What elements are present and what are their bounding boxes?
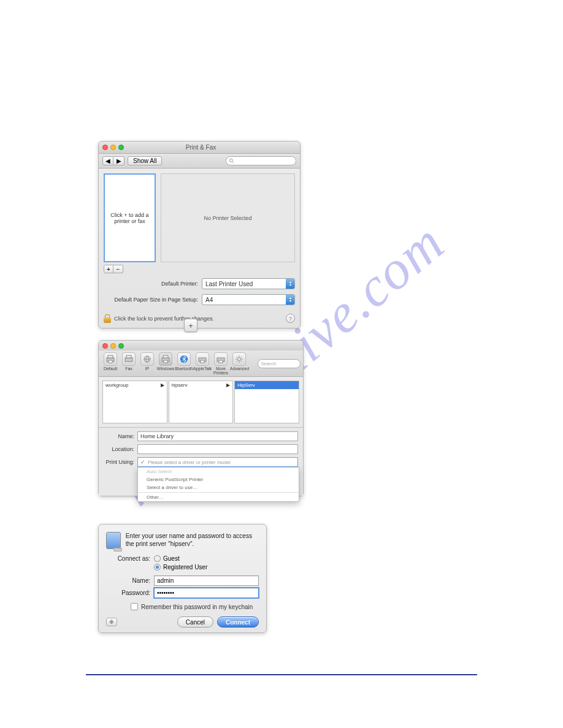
fax-icon <box>124 355 134 363</box>
connect-button[interactable]: Connect <box>217 616 259 628</box>
paper-size-label: Default Paper Size in Page Setup: <box>104 297 202 303</box>
tab-fax[interactable]: Fax <box>120 352 138 375</box>
standalone-plus-button[interactable]: + <box>184 319 197 332</box>
auth-name-input[interactable]: admin <box>154 575 259 586</box>
printer-icon <box>105 355 115 363</box>
auth-password-label: Password: <box>106 590 154 596</box>
check-icon: ✓ <box>140 459 145 465</box>
auth-password-input[interactable]: •••••••• <box>154 588 259 598</box>
svg-rect-3 <box>108 355 113 358</box>
auth-prompt: Enter your user name and password to acc… <box>126 532 259 549</box>
tab-advanced[interactable]: Advanced <box>230 352 248 375</box>
lock-hint: Click the lock to prevent further change… <box>114 316 214 322</box>
add-printer-button[interactable]: + <box>104 265 113 273</box>
svg-rect-17 <box>219 360 223 363</box>
paper-size-select[interactable]: A4 <box>202 294 295 305</box>
printer-detail-pane: No Printer Selected <box>161 173 295 262</box>
printers-list[interactable]: Click + to add a printer or fax <box>104 173 156 262</box>
gear-icon <box>235 355 243 363</box>
remember-label: Remember this password in my keychain <box>141 604 253 610</box>
svg-rect-4 <box>109 360 112 363</box>
svg-rect-5 <box>125 358 132 362</box>
printer-icon <box>216 355 226 363</box>
minimize-icon[interactable] <box>110 145 116 150</box>
print-fax-window: Print & Fax ◀ ▶ Show All Click + to add … <box>98 141 301 328</box>
svg-point-0 <box>229 159 232 162</box>
default-printer-label: Default Printer: <box>104 281 202 287</box>
chevron-right-icon: ▶ <box>161 382 164 388</box>
server-icon <box>106 532 121 549</box>
connect-as-label: Connect as: <box>106 555 154 562</box>
browser-col-server[interactable]: hipserv▶ <box>169 381 234 423</box>
auth-dialog: Enter your user name and password to acc… <box>98 524 267 633</box>
svg-rect-12 <box>164 360 167 363</box>
printer-icon <box>197 355 207 363</box>
print-using-menu: Auto Select Generic PostScript Printer S… <box>137 467 299 502</box>
updown-icon <box>286 279 294 289</box>
zoom-icon[interactable] <box>118 145 124 150</box>
radio-guest-label: Guest <box>163 555 180 562</box>
close-icon[interactable] <box>102 145 108 150</box>
printer-location-input[interactable] <box>137 444 298 454</box>
window-title: Print & Fax <box>128 144 274 151</box>
tab-more-printers[interactable]: More Printers <box>212 352 230 375</box>
help-button[interactable]: ? <box>286 314 295 323</box>
svg-line-26 <box>241 357 242 358</box>
radio-guest[interactable] <box>154 555 161 562</box>
svg-line-23 <box>237 357 238 358</box>
titlebar: Print & Fax <box>99 142 300 154</box>
remember-checkbox[interactable] <box>131 603 138 610</box>
browser-col-workgroup[interactable]: workgroup▶ <box>102 381 167 423</box>
menu-item-select-driver[interactable]: Select a driver to use… <box>138 483 299 491</box>
menu-item-auto[interactable]: Auto Select <box>138 468 299 476</box>
menu-item-other[interactable]: Other… <box>138 493 299 501</box>
svg-point-18 <box>237 357 240 360</box>
minimize-icon[interactable] <box>110 343 116 349</box>
tab-default[interactable]: Default <box>101 352 120 375</box>
add-printer-window: Default Fax IP Windows Bluetooth AppleTa… <box>98 340 304 496</box>
svg-line-24 <box>241 361 242 362</box>
search-placeholder: Search <box>261 361 276 366</box>
tab-appletalk[interactable]: AppleTalk <box>193 352 212 375</box>
page-rule <box>86 674 477 675</box>
name-label: Name: <box>104 433 137 439</box>
auth-name-label: Name: <box>106 577 154 584</box>
lock-icon[interactable] <box>104 314 111 323</box>
tab-bluetooth[interactable]: Bluetooth <box>175 352 193 375</box>
printer-icon <box>161 355 170 363</box>
detail-placeholder: No Printer Selected <box>204 215 251 221</box>
menu-item-generic[interactable]: Generic PostScript Printer <box>138 476 299 483</box>
location-label: Location: <box>104 446 137 452</box>
search-input[interactable] <box>226 156 296 165</box>
options-gear-button[interactable]: ✻ <box>106 618 117 626</box>
radio-registered[interactable] <box>154 564 161 571</box>
printer-name-input[interactable]: Home Library <box>137 431 298 441</box>
bluetooth-icon <box>180 355 188 363</box>
tab-windows[interactable]: Windows <box>156 352 175 375</box>
svg-line-25 <box>237 361 238 362</box>
print-using-select[interactable]: ✓ Please select a driver or printer mode… <box>137 457 298 467</box>
back-button[interactable]: ◀ <box>102 156 113 165</box>
svg-rect-11 <box>163 355 168 358</box>
remove-printer-button[interactable]: − <box>113 265 123 273</box>
tab-ip[interactable]: IP <box>138 352 156 375</box>
close-icon[interactable] <box>102 343 108 349</box>
zoom-icon[interactable] <box>118 343 124 349</box>
default-printer-value: Last Printer Used <box>202 281 286 287</box>
updown-icon <box>286 295 294 305</box>
chevron-right-icon: ▶ <box>226 382 230 388</box>
globe-icon <box>142 355 152 363</box>
forward-button[interactable]: ▶ <box>113 156 124 165</box>
svg-rect-6 <box>126 355 131 358</box>
svg-rect-15 <box>201 360 204 363</box>
printers-list-placeholder: Click + to add a printer or fax <box>108 212 151 224</box>
radio-registered-label: Registered User <box>163 564 207 571</box>
show-all-button[interactable]: Show All <box>128 156 162 165</box>
cancel-button[interactable]: Cancel <box>177 616 213 628</box>
paper-size-value: A4 <box>202 297 286 303</box>
search-icon <box>229 158 234 164</box>
default-printer-select[interactable]: Last Printer Used <box>202 278 295 289</box>
browser-col-printer[interactable]: HipServ <box>234 381 299 423</box>
print-using-value: Please select a driver or printer model <box>148 460 231 465</box>
toolbar-search-input[interactable]: Search <box>258 359 301 368</box>
